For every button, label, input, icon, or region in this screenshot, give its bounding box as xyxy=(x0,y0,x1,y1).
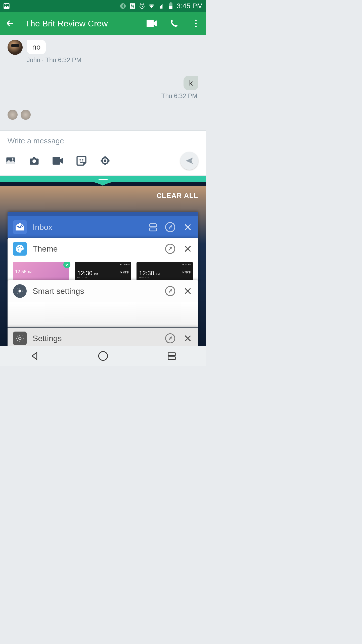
svg-point-27 xyxy=(17,247,19,248)
svg-rect-6 xyxy=(160,6,161,9)
svg-point-30 xyxy=(18,249,19,251)
svg-point-18 xyxy=(32,159,36,163)
chat-area[interactable]: no John · Thu 6:32 PM k Thu 6:32 PM xyxy=(0,35,206,130)
seen-by-row xyxy=(8,110,198,120)
pin-icon[interactable] xyxy=(165,286,175,296)
message-bubble[interactable]: k xyxy=(184,76,198,90)
video-icon[interactable] xyxy=(52,155,63,166)
theme-previews: 12:30 12:58 AM 12:30 PM 12:30 PMFRI OCT … xyxy=(8,262,198,282)
recent-card-title: Theme xyxy=(33,244,159,254)
signal-icon xyxy=(158,3,165,10)
navigation-bar xyxy=(0,346,206,366)
nav-back-icon[interactable] xyxy=(27,348,42,364)
svg-point-28 xyxy=(19,246,20,247)
nav-home-icon[interactable] xyxy=(96,348,111,364)
pin-icon[interactable] xyxy=(165,222,175,232)
recent-card-title: Smart settings xyxy=(33,287,159,296)
svg-point-1 xyxy=(5,5,6,5)
sticker-icon[interactable] xyxy=(76,155,87,166)
svg-point-23 xyxy=(104,159,107,162)
split-screen-icon[interactable] xyxy=(149,223,158,232)
message-incoming: no xyxy=(8,40,198,55)
message-meta: Thu 6:32 PM xyxy=(8,92,197,100)
svg-point-13 xyxy=(195,20,197,21)
compose-toolbar xyxy=(0,150,206,175)
smart-settings-app-icon xyxy=(13,284,27,298)
svg-rect-9 xyxy=(170,3,171,4)
svg-rect-24 xyxy=(150,224,157,227)
status-bar: 3:45 PM xyxy=(0,0,206,12)
svg-rect-8 xyxy=(162,4,163,9)
screenshot-icon xyxy=(3,3,10,10)
pin-icon[interactable] xyxy=(165,333,175,343)
theme-thumb[interactable]: 12:30 PM 12:30 PMFRI OCT 15 ☀79°F xyxy=(75,262,131,282)
svg-rect-25 xyxy=(150,228,157,231)
back-arrow-icon[interactable] xyxy=(5,18,15,28)
svg-point-36 xyxy=(99,352,107,360)
svg-point-29 xyxy=(21,247,22,248)
svg-rect-5 xyxy=(159,7,159,9)
close-icon[interactable] xyxy=(183,286,193,296)
svg-point-15 xyxy=(195,26,197,27)
svg-point-21 xyxy=(82,159,83,160)
app-bar: The Brit Review Crew xyxy=(0,12,206,35)
location-icon[interactable] xyxy=(100,155,111,166)
theme-app-icon xyxy=(13,242,27,256)
inbox-app-icon xyxy=(13,220,27,234)
recent-card-theme[interactable]: Theme 12:30 12:58 AM xyxy=(8,238,198,282)
send-button[interactable] xyxy=(180,152,198,170)
close-icon[interactable] xyxy=(183,333,193,343)
wifi-icon xyxy=(148,3,155,10)
video-call-icon[interactable] xyxy=(147,18,157,28)
pin-icon[interactable] xyxy=(165,244,175,254)
message-meta: John · Thu 6:32 PM xyxy=(27,56,198,64)
seen-avatar[interactable] xyxy=(21,110,31,120)
message-outgoing: k xyxy=(8,76,198,90)
recent-apps-overlay[interactable]: CLEAR ALL Inbox xyxy=(0,176,206,346)
phone-call-icon[interactable] xyxy=(169,18,179,28)
seen-avatar[interactable] xyxy=(8,110,18,120)
avatar[interactable] xyxy=(8,40,23,55)
nav-recent-icon[interactable] xyxy=(164,348,179,364)
theme-thumb[interactable]: 12:30 PM 12:30 PMFRI OCT 15 ☀79°F xyxy=(137,262,193,282)
svg-point-14 xyxy=(195,23,197,24)
camera-icon[interactable] xyxy=(29,155,40,166)
svg-rect-12 xyxy=(147,20,154,27)
svg-rect-7 xyxy=(161,5,162,9)
close-icon[interactable] xyxy=(183,244,193,254)
drawer-handle-icon[interactable] xyxy=(99,179,108,180)
message-input[interactable]: Write a message xyxy=(0,131,206,150)
settings-app-icon xyxy=(13,332,27,345)
chat-title: The Brit Review Crew xyxy=(25,19,147,28)
svg-rect-38 xyxy=(168,357,175,359)
svg-rect-37 xyxy=(168,353,175,355)
compose-area: Write a message xyxy=(0,130,206,175)
alarm-icon xyxy=(139,3,146,10)
svg-point-17 xyxy=(12,158,14,160)
recent-card-title: Inbox xyxy=(33,223,143,232)
battery-icon xyxy=(167,3,174,10)
svg-point-20 xyxy=(79,159,81,160)
close-icon[interactable] xyxy=(183,222,193,232)
message-bubble[interactable]: no xyxy=(27,40,46,54)
recent-card-title: Settings xyxy=(33,334,159,343)
gallery-icon[interactable] xyxy=(5,155,16,166)
more-menu-icon[interactable] xyxy=(191,18,201,28)
bluetooth-icon xyxy=(119,3,126,10)
svg-rect-11 xyxy=(169,6,172,9)
svg-point-34 xyxy=(19,337,21,340)
recent-card-inbox[interactable]: Inbox xyxy=(8,212,198,238)
svg-rect-19 xyxy=(53,157,60,165)
status-time: 3:45 PM xyxy=(177,2,203,10)
theme-thumb[interactable]: 12:30 12:58 AM xyxy=(13,262,69,282)
clear-all-button[interactable]: CLEAR ALL xyxy=(156,192,198,200)
svg-point-32 xyxy=(18,290,21,292)
recent-card-smart-settings[interactable]: Smart settings xyxy=(8,280,198,327)
nfc-icon xyxy=(129,3,136,10)
